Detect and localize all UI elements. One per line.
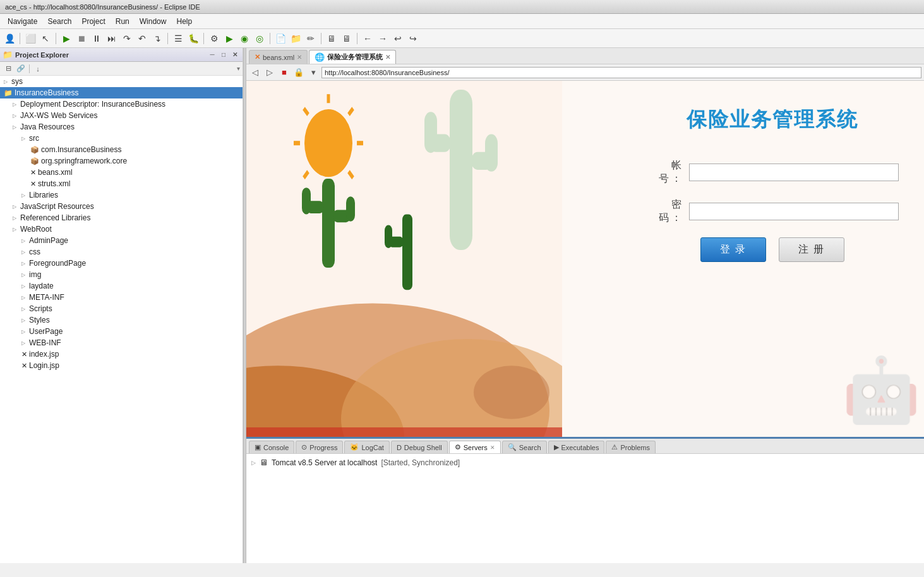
toolbar-folder-btn[interactable]: 📁 — [289, 32, 303, 45]
menu-run[interactable]: Run — [111, 16, 135, 27]
tree-arrow-javascript-resources: ▷ — [13, 204, 16, 210]
menu-help[interactable]: Help — [171, 16, 197, 27]
account-input[interactable] — [689, 164, 899, 181]
register-button[interactable]: 注 册 — [779, 237, 844, 262]
pe-collapse-btn[interactable]: ⊟ — [3, 63, 14, 74]
server-expand-arrow[interactable]: ▷ — [251, 460, 256, 466]
toolbar-square-btn[interactable]: ⬜ — [23, 32, 37, 45]
tree-item-org-springframework[interactable]: 📦org.springframework.core — [0, 155, 243, 167]
toolbar-file-btn[interactable]: 📄 — [273, 32, 287, 45]
toolbar-arrow-back-btn[interactable]: ↩ — [391, 32, 405, 45]
tree-item-sys[interactable]: ▷sys — [0, 76, 243, 87]
tab-console[interactable]: ▣ Console — [249, 441, 294, 453]
tab-beans-xml-close[interactable]: ✕ — [297, 54, 302, 61]
tree-item-javascript-resources[interactable]: ▷JavaScript Resources — [0, 201, 243, 212]
tab-problems[interactable]: ⚠ Problems — [606, 441, 655, 453]
pe-maximize-btn[interactable]: □ — [219, 50, 229, 60]
toolbar-play-btn[interactable]: ▶ — [59, 32, 73, 45]
password-input[interactable] — [689, 203, 899, 220]
tree-item-libraries[interactable]: ▷Libraries — [0, 189, 243, 201]
tree-item-laydate[interactable]: ▷laydate — [0, 280, 243, 292]
tab-debug-shell[interactable]: D Debug Shell — [391, 441, 448, 453]
tab-search[interactable]: 🔍 Search — [502, 441, 547, 453]
tree-item-com-insurance[interactable]: 📦com.InsuranceBusiness — [0, 144, 243, 155]
tree-item-deployment[interactable]: ▷Deployment Descriptor: InsuranceBusines… — [0, 98, 243, 110]
tab-progress[interactable]: ⊙ Progress — [296, 441, 343, 453]
tree-item-jax-ws[interactable]: ▷JAX-WS Web Services — [0, 110, 243, 121]
tree-item-foregroundpage[interactable]: ▷ForegroundPage — [0, 258, 243, 269]
tab-insurance-close[interactable]: ✕ — [385, 54, 390, 61]
toolbar-run4-btn[interactable]: ◎ — [253, 32, 267, 45]
tree-item-userpage[interactable]: ▷UserPage — [0, 326, 243, 337]
toolbar-step-btn[interactable]: ↷ — [120, 32, 134, 45]
tree-item-struts-xml[interactable]: ✕struts.xml — [0, 178, 243, 189]
tab-servers[interactable]: ⚙ Servers ✕ — [449, 441, 501, 453]
tab-executables[interactable]: ▶ Executables — [548, 441, 605, 453]
tab-beans-xml[interactable]: ✕ beans.xml ✕ — [249, 50, 308, 64]
menu-search[interactable]: Search — [42, 16, 76, 27]
toolbar-arrow-left-btn[interactable]: ← — [361, 32, 375, 45]
svg-rect-15 — [302, 187, 311, 214]
stop-button[interactable]: ■ — [278, 66, 291, 79]
tree-label-foregroundpage: ForegroundPage — [29, 259, 86, 268]
toolbar-stop-btn[interactable]: ⏹ — [75, 32, 88, 45]
url-dropdown-btn[interactable]: ▾ — [307, 66, 320, 79]
pe-link-btn[interactable]: 🔗 — [15, 63, 27, 74]
menu-window[interactable]: Window — [135, 16, 172, 27]
red-strip — [246, 427, 562, 437]
pe-close-btn[interactable]: ✕ — [230, 50, 240, 60]
url-input[interactable] — [321, 67, 921, 78]
tree-item-insurancebusiness[interactable]: 📁InsuranceBusiness — [0, 87, 243, 98]
tree-item-referenced-libraries[interactable]: ▷Referenced Libraries — [0, 212, 243, 223]
toolbar-pencil-btn[interactable]: ✏ — [304, 32, 318, 45]
tree-item-css[interactable]: ▷css — [0, 246, 243, 258]
toolbar-bug-btn[interactable]: 🐛 — [186, 32, 200, 45]
toolbar-run2-btn[interactable]: ▶ — [222, 32, 236, 45]
toolbar-pause-btn[interactable]: ⏸ — [90, 32, 104, 45]
toolbar-step3-btn[interactable]: ↴ — [150, 32, 164, 45]
svg-line-6 — [349, 109, 353, 115]
toolbar-gear-btn[interactable]: ⚙ — [207, 32, 221, 45]
tree-label-meta-inf: META-INF — [29, 293, 64, 302]
toolbar-step2-btn[interactable]: ↶ — [135, 32, 149, 45]
project-tree[interactable]: ▷sys📁InsuranceBusiness▷Deployment Descri… — [0, 76, 243, 563]
menu-project[interactable]: Project — [76, 16, 110, 27]
toolbar-skip-btn[interactable]: ⏭ — [105, 32, 119, 45]
forward-button[interactable]: ▷ — [263, 66, 276, 79]
tree-item-src[interactable]: ▷src — [0, 133, 243, 144]
project-explorer-header: 📁 Project Explorer ─ □ ✕ — [0, 48, 243, 62]
pe-minimize-btn[interactable]: ─ — [207, 50, 217, 60]
tree-item-web-inf[interactable]: ▷WEB-INF — [0, 337, 243, 348]
tree-item-adminpage[interactable]: ▷AdminPage — [0, 235, 243, 246]
tree-item-login-jsp[interactable]: ✕Login.jsp — [0, 360, 243, 371]
servers-tab-close[interactable]: ✕ — [490, 444, 495, 451]
problems-icon: ⚠ — [611, 443, 618, 451]
toolbar-cursor-btn[interactable]: ↖ — [39, 32, 52, 45]
server-row[interactable]: ▷ 🖥 Tomcat v8.5 Server at localhost [Sta… — [249, 456, 921, 468]
refresh-button[interactable]: 🔒 — [292, 66, 305, 79]
tree-item-java-resources[interactable]: ▷Java Resources — [0, 121, 243, 133]
tree-item-beans-xml[interactable]: ✕beans.xml — [0, 167, 243, 178]
toolbar-monitor2-btn[interactable]: 🖥 — [340, 32, 354, 45]
toolbar-arrow-fwd-btn[interactable]: ↪ — [406, 32, 420, 45]
tab-insurance[interactable]: 🌐 保险业务管理系统 ✕ — [309, 50, 396, 64]
toolbar-monitor-btn[interactable]: 🖥 — [325, 32, 339, 45]
back-button[interactable]: ◁ — [249, 66, 261, 79]
toolbar-person-btn[interactable]: 👤 — [3, 32, 16, 45]
main-layout: 📁 Project Explorer ─ □ ✕ ⊟ 🔗 ↓ ▾ ▷sys📁In… — [0, 48, 924, 563]
menu-navigate[interactable]: Navigate — [3, 16, 42, 27]
tab-logcat[interactable]: 🐱 LogCat — [344, 441, 389, 453]
toolbar-arrow-right-btn[interactable]: → — [376, 32, 390, 45]
tree-item-index-jsp[interactable]: ✕index.jsp — [0, 348, 243, 360]
tree-item-styles[interactable]: ▷Styles — [0, 314, 243, 326]
pe-dropdown-btn[interactable]: ▾ — [237, 65, 240, 72]
tree-item-webroot[interactable]: ▷WebRoot — [0, 223, 243, 235]
pe-import-btn[interactable]: ↓ — [32, 63, 44, 74]
toolbar-run3-btn[interactable]: ◉ — [237, 32, 251, 45]
login-button[interactable]: 登 录 — [700, 237, 766, 262]
tree-item-img[interactable]: ▷img — [0, 269, 243, 280]
toolbar-tasks-btn[interactable]: ☰ — [171, 32, 185, 45]
tree-item-meta-inf[interactable]: ▷META-INF — [0, 292, 243, 303]
tree-item-scripts[interactable]: ▷Scripts — [0, 303, 243, 314]
svg-rect-24 — [471, 152, 493, 170]
